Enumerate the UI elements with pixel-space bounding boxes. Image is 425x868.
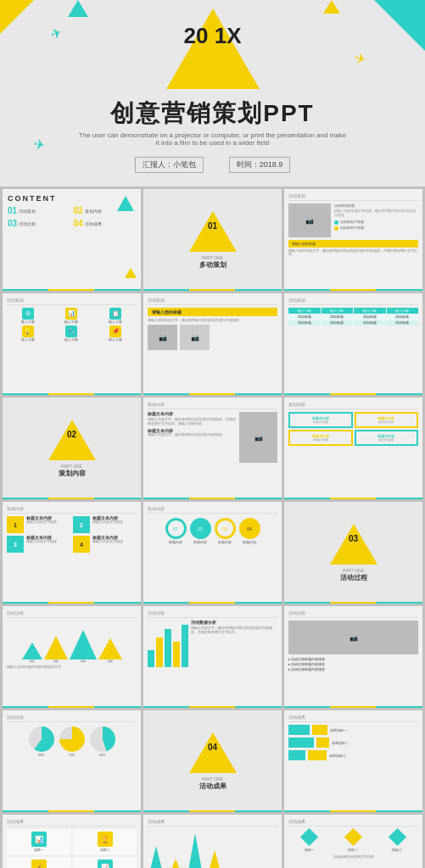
content-item-4: 04 活动成果 <box>74 219 137 228</box>
s21-diamonds: 指标一 指标二 指标三 <box>288 831 418 852</box>
s18-content: 成果指标一 成果指标二 成果指标三 <box>288 725 418 760</box>
cover-info: 汇报人：小笔包 时间：2018.9 <box>135 157 291 173</box>
circle-4: 04 <box>239 518 260 539</box>
cover-year: 20 1X <box>184 24 242 48</box>
s3-item1-text: 活动策划子标题 <box>340 220 364 224</box>
deco-tri-top1 <box>68 0 88 17</box>
paper-plane-2: ✈ <box>353 50 367 69</box>
td4: 添加标题 <box>387 314 419 320</box>
icon-4-label: 输入大量 <box>21 338 35 342</box>
arrow-col-1: 成果一 <box>148 829 165 868</box>
slide-1-content: CONTENT 01 活动策划 02 策划内容 03 活动过程 04 活动成果 <box>3 189 141 291</box>
tri-num-04: 04 <box>208 743 217 752</box>
tc1-label: 标题 <box>30 659 35 663</box>
circle-2: 02 <box>190 518 211 539</box>
s21-desc: 活动成果总结说明文字内容 <box>288 855 418 859</box>
slide-6-inner: 活动策划 输入小标 输入小标 输入小标 输入小标 添加标题 添加标题 添加标题 … <box>284 293 422 330</box>
s11-circles: 01 标题内容 02 标题内容 03 标题内容 04 标题内容 <box>148 518 277 544</box>
bar5 <box>182 625 188 667</box>
icon-item-1: ⚙ 输入大量 <box>7 308 49 324</box>
slide-deco-bar-4 <box>3 393 141 395</box>
slide-deco-bar-18 <box>284 810 422 812</box>
main-tri-01: 01 <box>189 211 237 252</box>
tri-num-02: 02 <box>67 430 76 439</box>
s3-item2-text: 活动策划子标题 <box>340 226 364 230</box>
icon-item-4: 💡 输入大量 <box>7 326 49 342</box>
deco-tri-top2 <box>323 0 340 14</box>
s18-label3: 成果指标三 <box>329 754 346 758</box>
arrow-col-2: 成果二 <box>167 829 184 868</box>
s20-arrows: 成果一 成果二 成果三 成果四 <box>148 829 277 868</box>
slide-3-content: 📷 活动策划标题 请输入您的标题文字内容，建议使用较为简洁的语言进行描述 活动策… <box>288 203 418 237</box>
icon-item-5: 🔧 输入大量 <box>51 326 93 342</box>
cover-main-triangle <box>166 8 260 89</box>
s18-label2: 成果指标二 <box>332 741 349 745</box>
slide-15-inner: 活动过程 📷 ▸ 活动过程标题内容描述 ▸ 活动过程标题内容描述 ▸ 活动过程标… <box>284 606 422 676</box>
d3: 指标三 <box>391 831 404 852</box>
icon-6-label: 输入大量 <box>109 338 122 342</box>
slide-3-section: 活动策划 <box>288 193 418 201</box>
slide-7-inner: 02 PART ONE 策划内容 <box>3 398 141 499</box>
bar-h1 <box>288 725 310 735</box>
slide-deco-bar-11 <box>143 602 282 604</box>
s18-row3: 成果指标三 <box>288 750 418 760</box>
main-tri-02: 02 <box>48 420 96 460</box>
slide-12-inner: 03 PART ONE 活动过程 <box>284 502 422 604</box>
tc4-label: 标题 <box>108 659 113 663</box>
s15-item2: ▸ 活动过程标题内容描述 <box>288 662 418 666</box>
s11-c1: 01 标题内容 <box>165 518 187 544</box>
tri-container: 01 <box>189 211 237 252</box>
s10-num3: 3 <box>7 536 24 553</box>
pie1-label: 60% <box>38 754 44 757</box>
icon-5: 🔧 <box>65 326 77 337</box>
pie1: 60% <box>29 726 54 757</box>
s11-c2: 02 标题内容 <box>190 518 211 544</box>
s14-layout: 活动数据分析 请输入内容文字，建议使用较为简洁的语言进行内容描述，尽量控制在两行… <box>148 620 277 667</box>
s10-content2: 3 标题文本内容 请输入内容文字描述 4 标题文本内容 请输入内容文字描述 <box>7 536 137 553</box>
s8-layout: 标题文本内容 请输入内容文字，建议使用简洁语言进行内容描述，尽量控制在两行文字以… <box>148 412 277 463</box>
s19-icon1-label: 成果一 <box>34 849 44 852</box>
deco-tri-s1b <box>125 268 137 278</box>
slide-deco-bar-10 <box>3 602 141 604</box>
slide-deco-bar-12 <box>284 602 422 604</box>
tc4-tri <box>98 638 122 659</box>
s10-b4: 请输入内容文字描述 <box>92 540 137 543</box>
slide-deco-bar-14 <box>143 706 282 708</box>
bar2 <box>156 637 163 667</box>
pie3-label: 45% <box>99 754 105 757</box>
slide-deco-bar-2 <box>143 289 282 291</box>
num-03: 03 <box>8 219 17 228</box>
dot-cyan-1 <box>334 220 338 225</box>
s5-photos: 📷 📷 <box>148 325 277 350</box>
th2: 输入小标 <box>322 308 354 314</box>
slide-5-inner: 活动策划 请输入您的标题 请输入您的内容文字，建议使用较为简洁的语言进行内容描述… <box>143 293 282 354</box>
slide-deco-bar-16 <box>3 810 141 812</box>
tri-num-01: 01 <box>208 221 217 231</box>
circle-1: 01 <box>165 518 187 539</box>
s10-text2: 标题文本内容 请输入内容文字描述 <box>92 516 137 524</box>
slide-8-plan: 策划内容 标题文本内容 请输入内容文字，建议使用简洁语言进行内容描述，尽量控制在… <box>143 398 282 499</box>
slide-4-grid: 活动策划 ⚙ 输入大量 📊 输入大量 📋 输入大量 💡 输入大量 <box>3 293 141 395</box>
slide-11-circles: 策划内容 01 标题内容 02 标题内容 03 标题内容 04 标题内容 <box>143 502 282 604</box>
icon-1-label: 输入大量 <box>21 320 35 324</box>
slide-3-text: 活动策划标题 请输入您的标题文字内容，建议使用较为简洁的语言进行描述 活动策划子… <box>334 203 418 237</box>
section-title-04: 活动成果 <box>199 782 226 791</box>
slide-16-section: 活动过程 <box>7 715 137 722</box>
slide-19-result: 活动成果 📊 成果一 🏆 成果二 💰 成果三 📈 成果四 <box>3 815 141 868</box>
s19-icon4: 📈 <box>98 860 113 868</box>
s10-content: 1 标题文本内容 请输入内容文字描述 2 标题文本内容 请输入内容文字描述 <box>7 516 137 533</box>
s9-box2-text: 内容文字说明 <box>359 420 415 424</box>
th4: 输入小标 <box>387 308 419 314</box>
th1: 输入小标 <box>288 308 321 314</box>
tri-02-container: 02 <box>48 420 96 460</box>
main-tri-04: 04 <box>189 732 237 773</box>
s14-body: 请输入内容文字，建议使用较为简洁的语言进行内容描述，尽量控制在两行文字以内。 <box>191 626 277 635</box>
section-title-01: 多动策划 <box>199 260 226 270</box>
s18-label1: 成果指标一 <box>330 728 347 732</box>
slide-2-triangle: 01 PART ONE 多动策划 <box>143 189 282 291</box>
slide-17-triangle: 04 PART ONE 活动成果 <box>143 710 282 812</box>
bar3 <box>165 629 171 667</box>
tc1-tri <box>22 643 42 659</box>
s5-desc: 请输入您的内容文字，建议使用较为简洁的语言进行内容描述 <box>148 319 277 322</box>
num-04: 04 <box>74 219 83 228</box>
